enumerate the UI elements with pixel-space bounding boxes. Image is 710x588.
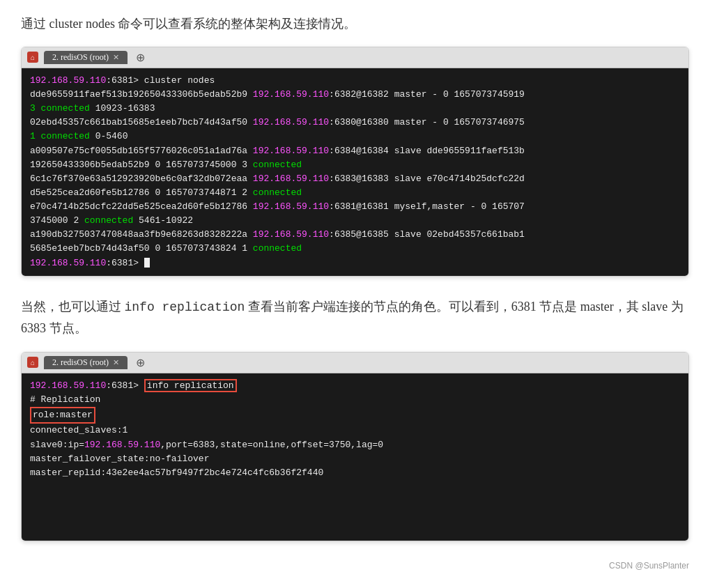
terminal-1-line-2: 3 connected 10923-16383 — [30, 102, 680, 116]
terminal-1-close-icon[interactable]: ✕ — [113, 53, 119, 62]
terminal-2-titlebar: ⌂ 2. redisOS (root) ✕ ⊕ — [22, 353, 688, 373]
terminal-2-line-6: master_replid:43e2ee4ac57bf9497f2bc4e724… — [30, 466, 680, 480]
terminal-1-port: :6381> — [106, 75, 139, 86]
terminal-1-command: cluster nodes — [139, 75, 215, 86]
terminal-1-body: 192.168.59.110:6381> cluster nodes dde96… — [22, 68, 688, 276]
terminal-2-close-icon[interactable]: ✕ — [113, 358, 119, 367]
terminal-2-icon: ⌂ — [27, 357, 38, 368]
terminal-2-host: 192.168.59.110 — [30, 380, 106, 391]
terminal-2-port: :6381> — [106, 380, 139, 391]
terminal-1-add-tab[interactable]: ⊕ — [136, 51, 145, 64]
role-highlight: role:master — [30, 407, 95, 424]
terminal-1-line-10: 3745000 2 connected 5461-10922 — [30, 214, 680, 228]
terminal-1-line-9: e70c4714b25dcfc22dd5e525cea2d60fe5b12786… — [30, 200, 680, 214]
terminal-2-line-3: connected_slaves:1 — [30, 424, 680, 438]
terminal-1-line-4: 1 connected 0-5460 — [30, 130, 680, 144]
terminal-2-line-1: # Replication — [30, 393, 680, 407]
watermark: CSDN @SunsPlanter — [21, 561, 689, 571]
terminal-1-line-12: 5685e1eeb7bcb74d43af50 0 1657073743824 1… — [30, 242, 680, 256]
terminal-2-line-4: slave0:ip=192.168.59.110,port=6383,state… — [30, 438, 680, 452]
terminal-2-tab-label: 2. redisOS (root) — [52, 357, 109, 368]
terminal-icon: ⌂ — [27, 52, 38, 63]
terminal-2-add-tab[interactable]: ⊕ — [136, 356, 145, 369]
middle-paragraph: 当然，也可以通过 info replication 查看当前客户端连接的节点的角… — [21, 296, 689, 339]
terminal-2-line-role: role:master — [30, 407, 680, 424]
terminal-1-line-6: 192650433306b5edab52b9 0 1657073745000 3… — [30, 158, 680, 172]
terminal-1-tab[interactable]: 2. redisOS (root) ✕ — [44, 51, 128, 64]
terminal-2-line-5: master_failover_state:no-failover — [30, 452, 680, 466]
terminal-1-line-7: 6c1c76f370e63a512923920be6c0af32db072eaa… — [30, 172, 680, 186]
terminal-2-tab[interactable]: 2. redisOS (root) ✕ — [44, 356, 128, 369]
terminal-1: ⌂ 2. redisOS (root) ✕ ⊕ 192.168.59.110:6… — [21, 47, 689, 277]
middle-text: 当然，也可以通过 info replication 查看当前客户端连接的节点的角… — [21, 300, 684, 336]
intro-paragraph: 通过 cluster nodes 命令可以查看系统的整体架构及连接情况。 — [21, 14, 689, 34]
terminal-2-command-highlight: info replication — [144, 379, 237, 392]
intro-text: 通过 cluster nodes 命令可以查看系统的整体架构及连接情况。 — [21, 17, 356, 31]
terminal-2-body: 192.168.59.110:6381> info replication # … — [22, 373, 688, 541]
terminal-1-line-8: d5e525cea2d60fe5b12786 0 1657073744871 2… — [30, 186, 680, 200]
terminal-1-line-11: a190db3275037470848aa3fb9e68263d8328222a… — [30, 228, 680, 242]
terminal-1-command-line: 192.168.59.110:6381> cluster nodes — [30, 74, 680, 88]
terminal-2: ⌂ 2. redisOS (root) ✕ ⊕ 192.168.59.110:6… — [21, 352, 689, 541]
watermark-text: CSDN @SunsPlanter — [609, 561, 689, 571]
terminal-1-line-3: 02ebd45357c661bab15685e1eeb7bcb74d43af50… — [30, 116, 680, 130]
terminal-1-tab-label: 2. redisOS (root) — [52, 52, 109, 63]
terminal-2-command-line: 192.168.59.110:6381> info replication — [30, 379, 680, 393]
terminal-1-line-1: dde9655911faef513b192650433306b5edab52b9… — [30, 88, 680, 102]
terminal-1-final-prompt: 192.168.59.110:6381> — [30, 256, 680, 270]
terminal-1-titlebar: ⌂ 2. redisOS (root) ✕ ⊕ — [22, 47, 688, 68]
terminal-1-host: 192.168.59.110 — [30, 75, 106, 86]
terminal-1-line-5: a009507e75cf0055db165f5776026c051a1ad76a… — [30, 144, 680, 158]
cursor-1 — [144, 258, 150, 268]
